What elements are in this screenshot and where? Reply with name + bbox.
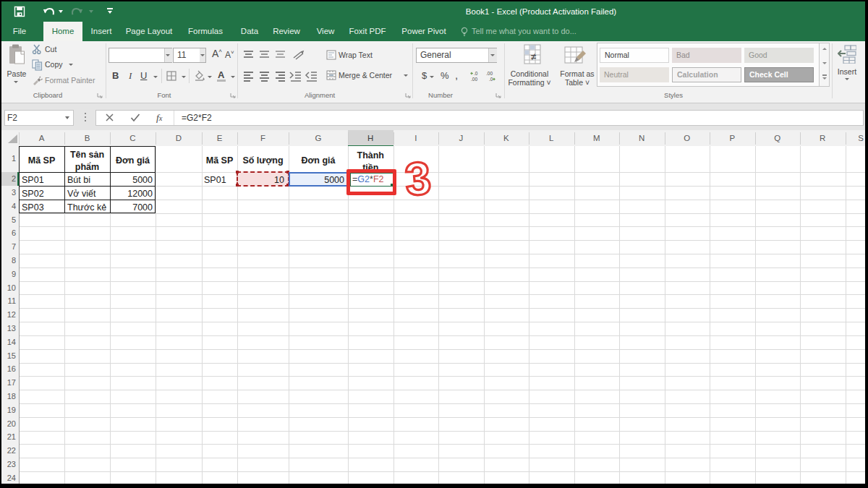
svg-text:≠: ≠ bbox=[531, 51, 536, 62]
svg-text:.0: .0 bbox=[489, 77, 493, 82]
svg-text:.0: .0 bbox=[474, 71, 478, 76]
svg-text:.00: .00 bbox=[471, 77, 477, 82]
svg-text:.00: .00 bbox=[486, 71, 493, 76]
